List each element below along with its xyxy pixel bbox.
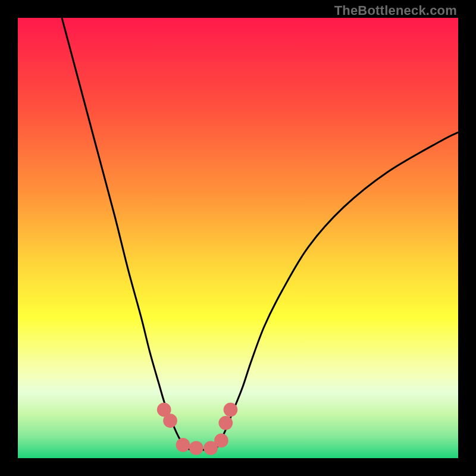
marker-point [189,441,203,455]
right-curve [216,132,458,449]
marker-point [163,414,177,428]
plot-area [18,18,458,458]
marker-point [214,434,228,448]
bottom-markers [157,403,237,455]
chart-frame: TheBottleneck.com [0,0,476,476]
marker-point [218,416,233,430]
watermark-text: TheBottleneck.com [334,3,457,18]
curves-layer [18,18,458,458]
marker-point [224,403,238,417]
left-curve [62,18,216,450]
marker-point [176,438,190,452]
